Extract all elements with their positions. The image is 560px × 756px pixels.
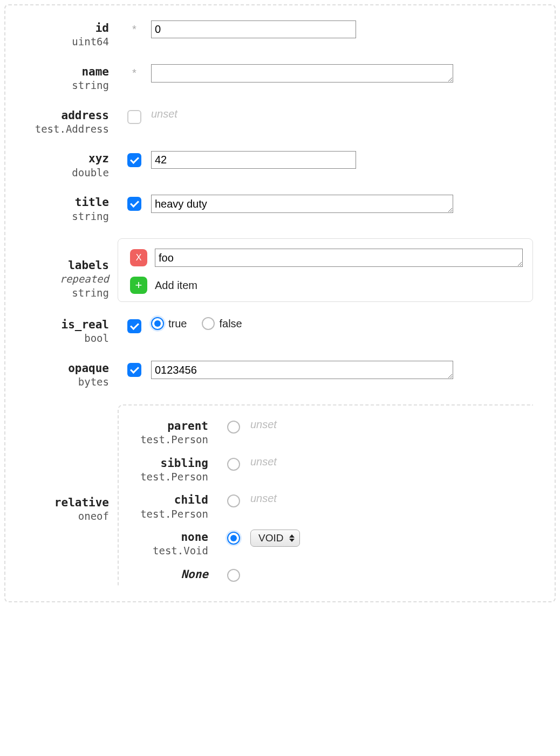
- radio-false[interactable]: [202, 317, 215, 330]
- field-row-address: address test.Address unset: [10, 108, 533, 136]
- unset-label: unset: [250, 418, 277, 431]
- radio-true-label: true: [168, 318, 187, 330]
- unset-label: unset: [250, 492, 277, 505]
- oneof-radio[interactable]: [227, 494, 240, 507]
- oneof-option-None: None: [125, 567, 533, 582]
- field-name: is_real: [10, 318, 109, 332]
- field-name: child: [125, 493, 208, 507]
- delete-item-button[interactable]: X: [130, 249, 147, 266]
- void-select[interactable]: VOID: [250, 530, 300, 547]
- field-row-name: name string *: [10, 64, 533, 93]
- field-type: test.Address: [10, 122, 109, 136]
- oneof-radio[interactable]: [227, 532, 240, 545]
- field-name: sibling: [125, 457, 208, 470]
- required-asterisk: *: [132, 24, 136, 35]
- field-type: test.Person: [125, 433, 208, 447]
- field-type: oneof: [10, 510, 109, 524]
- oneof-container: parent test.Person unset sibling test.Pe…: [118, 404, 533, 586]
- id-input[interactable]: [151, 20, 356, 38]
- field-type: test.Void: [125, 544, 208, 558]
- field-type: repeatedstring: [10, 272, 109, 300]
- field-row-is-real: is_real bool true false: [10, 317, 533, 346]
- field-row-title: title string: [10, 195, 533, 223]
- enable-checkbox[interactable]: [127, 319, 141, 333]
- field-name: id: [10, 22, 109, 35]
- field-row-labels: labels repeatedstring X + Add item: [10, 238, 533, 302]
- repeated-container: X + Add item: [118, 238, 533, 302]
- field-type: string: [10, 79, 109, 93]
- field-type: uint64: [10, 35, 109, 49]
- field-type: test.Person: [125, 470, 208, 484]
- oneof-radio[interactable]: [227, 458, 240, 471]
- oneof-radio[interactable]: [227, 421, 240, 434]
- unset-label: unset: [151, 108, 177, 120]
- xyz-input[interactable]: [151, 151, 356, 169]
- oneof-radio[interactable]: [227, 569, 240, 582]
- field-name: relative: [10, 496, 109, 510]
- form-container: id uint64 * name string * address test.A…: [4, 4, 556, 602]
- bool-radio-group: true false: [151, 317, 252, 330]
- add-item-row: + Add item: [122, 277, 523, 294]
- field-row-opaque: opaque bytes: [10, 361, 533, 389]
- select-arrows-icon: [289, 534, 295, 542]
- list-item: X: [122, 249, 523, 267]
- radio-false-label: false: [219, 318, 242, 330]
- oneof-option-child: child test.Person unset: [125, 492, 533, 521]
- field-row-relative: relative oneof parent test.Person unset …: [10, 404, 533, 586]
- radio-true[interactable]: [151, 317, 164, 330]
- add-item-label: Add item: [155, 279, 197, 292]
- oneof-option-none: none test.Void VOID: [125, 530, 533, 558]
- oneof-option-sibling: sibling test.Person unset: [125, 456, 533, 484]
- field-name: title: [10, 196, 109, 209]
- field-type: string: [10, 210, 109, 224]
- field-name: none: [125, 531, 208, 544]
- field-row-id: id uint64 *: [10, 20, 533, 49]
- select-value: VOID: [258, 532, 283, 544]
- field-type: bool: [10, 332, 109, 346]
- oneof-option-parent: parent test.Person unset: [125, 418, 533, 447]
- field-type: bytes: [10, 375, 109, 389]
- field-name: opaque: [10, 362, 109, 375]
- field-type: double: [10, 166, 109, 180]
- field-name: address: [10, 109, 109, 122]
- field-name: parent: [125, 420, 208, 433]
- field-name: xyz: [10, 152, 109, 166]
- enable-checkbox[interactable]: [127, 197, 141, 211]
- field-row-xyz: xyz double: [10, 151, 533, 180]
- field-type: test.Person: [125, 507, 208, 521]
- add-item-button[interactable]: +: [130, 277, 147, 294]
- field-name: name: [10, 65, 109, 79]
- enable-checkbox[interactable]: [127, 153, 141, 167]
- field-label: id uint64: [10, 20, 118, 49]
- unset-label: unset: [250, 456, 277, 468]
- name-input[interactable]: [151, 64, 453, 83]
- enable-checkbox[interactable]: [127, 110, 141, 124]
- enable-checkbox[interactable]: [127, 363, 141, 377]
- field-name: None: [125, 568, 208, 581]
- required-asterisk: *: [132, 67, 136, 78]
- title-input[interactable]: [151, 195, 453, 213]
- label-item-input[interactable]: [155, 249, 523, 267]
- field-name: labels: [10, 259, 109, 272]
- opaque-input[interactable]: [151, 361, 453, 379]
